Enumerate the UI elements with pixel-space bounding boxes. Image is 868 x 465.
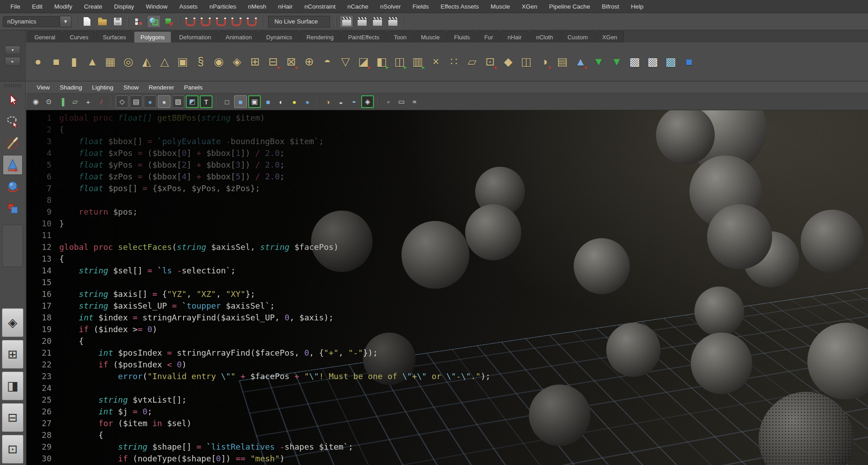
default-material-button[interactable]: ●: [158, 95, 170, 108]
menu-nsolver[interactable]: nSolver: [374, 1, 407, 12]
shadows-button[interactable]: ◑: [322, 96, 334, 108]
bookmarks-button[interactable]: ▐: [56, 96, 68, 108]
move-tool-button[interactable]: [3, 155, 23, 175]
shelf-tab-muscle[interactable]: Muscle: [414, 31, 446, 42]
poly-pyramid-shelf-button[interactable]: △: [156, 53, 173, 71]
menu-assets[interactable]: Assets: [174, 1, 204, 12]
separate-shelf-button[interactable]: ⊟▸: [264, 53, 282, 71]
poly-prism-shelf-button[interactable]: ◭: [138, 53, 155, 71]
offset-edge-loop-shelf-button[interactable]: ▥▸: [409, 53, 426, 71]
layout-hypershade-persp-button[interactable]: ⊡: [2, 435, 24, 464]
layout-single-pane-button[interactable]: ◈: [2, 308, 24, 337]
menu-muscle[interactable]: Muscle: [485, 1, 516, 12]
checker-display-button[interactable]: ◐: [275, 96, 287, 108]
uv-checker-b-shelf-button[interactable]: ▩: [644, 53, 661, 71]
toolbar-collapser[interactable]: [401, 16, 405, 28]
poly-plane-shelf-button[interactable]: ▦: [102, 53, 119, 71]
bridge-shelf-button[interactable]: ◫: [518, 53, 535, 71]
camera-attributes-button[interactable]: ⊙: [43, 96, 55, 108]
split-polygon-shelf-button[interactable]: ◧▸: [373, 53, 390, 71]
uv-planar-projection-shelf-button[interactable]: ▼: [590, 53, 607, 71]
extract-shelf-button[interactable]: ⊠▸: [283, 53, 300, 71]
paint-selection-tool-button[interactable]: [3, 133, 23, 153]
toolbar-collapser[interactable]: [178, 16, 182, 28]
quad-draw-shelf-button[interactable]: ▱: [463, 53, 481, 71]
uv-checker-a-shelf-button[interactable]: ▩: [626, 53, 643, 71]
toolbar-collapser[interactable]: [126, 16, 130, 28]
menu-set-field[interactable]: nDynamics: [3, 16, 60, 27]
subdiv-display-button[interactable]: ■: [262, 96, 274, 108]
toolbar-collapser[interactable]: [334, 16, 338, 28]
shelf-tab-fluids[interactable]: Fluids: [447, 31, 476, 42]
menu-help[interactable]: Help: [625, 1, 650, 12]
xray-button[interactable]: ▨: [172, 95, 184, 108]
shelf-tab-painteffects[interactable]: PaintEffects: [341, 31, 386, 42]
snap-to-point-button[interactable]: [214, 15, 228, 28]
manipulator-button[interactable]: ◈: [361, 95, 374, 108]
render-settings-button[interactable]: [386, 15, 400, 28]
rotate-tool-button[interactable]: [3, 177, 23, 197]
grease-pencil-button[interactable]: /: [95, 96, 107, 108]
image-plane-button[interactable]: ▱: [69, 96, 81, 108]
menu-modify[interactable]: Modify: [48, 1, 78, 12]
ambient-occlusion-button[interactable]: ◒: [335, 96, 347, 108]
custom-plugin-cube-shelf-button[interactable]: ■: [680, 53, 698, 71]
menu-window[interactable]: Window: [140, 1, 174, 12]
shaded-display-button[interactable]: ●: [144, 95, 156, 108]
ipr-render-button[interactable]: [370, 15, 384, 28]
menu-pipeline-cache[interactable]: Pipeline Cache: [543, 1, 596, 12]
shelf-tab-toon[interactable]: Toon: [387, 31, 413, 42]
duplicate-face-shelf-button[interactable]: ▤: [554, 53, 571, 71]
connect-shelf-button[interactable]: ∷: [445, 53, 462, 71]
panel-menu-show[interactable]: Show: [118, 83, 144, 92]
shelf-tab-ncloth[interactable]: nCloth: [529, 31, 560, 42]
grid-button[interactable]: ◇: [116, 95, 128, 108]
panel-menu-shading[interactable]: Shading: [55, 83, 87, 92]
menu-fields[interactable]: Fields: [407, 1, 435, 12]
reduce-shelf-button[interactable]: ▽: [337, 53, 354, 71]
shaded-cube-button[interactable]: ■: [234, 95, 247, 108]
panel-menu-renderer[interactable]: Renderer: [144, 83, 179, 92]
menu-nhair[interactable]: nHair: [272, 1, 298, 12]
panel-menu-lighting[interactable]: Lighting: [87, 83, 118, 92]
render-view-button[interactable]: [340, 15, 354, 28]
textured-button[interactable]: T: [200, 95, 212, 108]
menu-create[interactable]: Create: [78, 1, 108, 12]
shelf-tab-animation[interactable]: Animation: [219, 31, 259, 42]
menu-edit[interactable]: Edit: [26, 1, 48, 12]
menu-file[interactable]: File: [5, 1, 26, 12]
uv-auto-projection-shelf-button[interactable]: ▼: [608, 53, 625, 71]
toolbar-collapser[interactable]: [260, 16, 264, 28]
menu-display[interactable]: Display: [108, 1, 140, 12]
shelf-tab-xgen[interactable]: XGen: [595, 31, 624, 42]
select-component-button[interactable]: [162, 15, 176, 28]
extrude-shelf-button[interactable]: ⊡▸: [481, 53, 499, 71]
scale-tool-button[interactable]: [3, 198, 23, 218]
shelf-tab-general[interactable]: General: [28, 31, 62, 42]
booleans-shelf-button[interactable]: ⊕: [301, 53, 318, 71]
render-current-frame-button[interactable]: [355, 15, 369, 28]
shelf-tab-selector-button[interactable]: ▾: [5, 46, 20, 55]
poly-cone-shelf-button[interactable]: ▲: [84, 53, 101, 71]
multisample-button[interactable]: ◓: [348, 96, 360, 108]
shelf-tab-surfaces[interactable]: Surfaces: [96, 31, 132, 42]
poly-helix-shelf-button[interactable]: §: [192, 53, 209, 71]
frame-button[interactable]: ▭: [396, 96, 407, 108]
menu-nconstraint[interactable]: nConstraint: [298, 1, 341, 12]
menu-xgen[interactable]: XGen: [516, 1, 543, 12]
uv-snapshot-shelf-button[interactable]: ▩: [662, 53, 679, 71]
poly-cylinder-shelf-button[interactable]: ▮: [66, 53, 83, 71]
poly-platonic-solid-shelf-button[interactable]: ◈: [228, 53, 245, 71]
poly-torus-shelf-button[interactable]: ◎: [120, 53, 137, 71]
menu-nparticles[interactable]: nParticles: [203, 1, 242, 12]
menu-set-dropdown-arrow[interactable]: ▼: [60, 16, 71, 28]
shelf-menu-button[interactable]: ▸: [5, 57, 20, 66]
hardware-texturing-button[interactable]: ◩: [186, 95, 198, 108]
two-d-pan-zoom-button[interactable]: +: [82, 96, 94, 108]
bevel-shelf-button[interactable]: ◆: [500, 53, 517, 71]
live-surface-field[interactable]: No Live Surface: [268, 16, 330, 28]
mirror-geometry-shelf-button[interactable]: ◑▸: [536, 53, 553, 71]
open-scene-button[interactable]: [95, 15, 109, 28]
shelf-tab-rendering[interactable]: Rendering: [300, 31, 340, 42]
layout-four-pane-button[interactable]: ⊞: [2, 340, 24, 369]
